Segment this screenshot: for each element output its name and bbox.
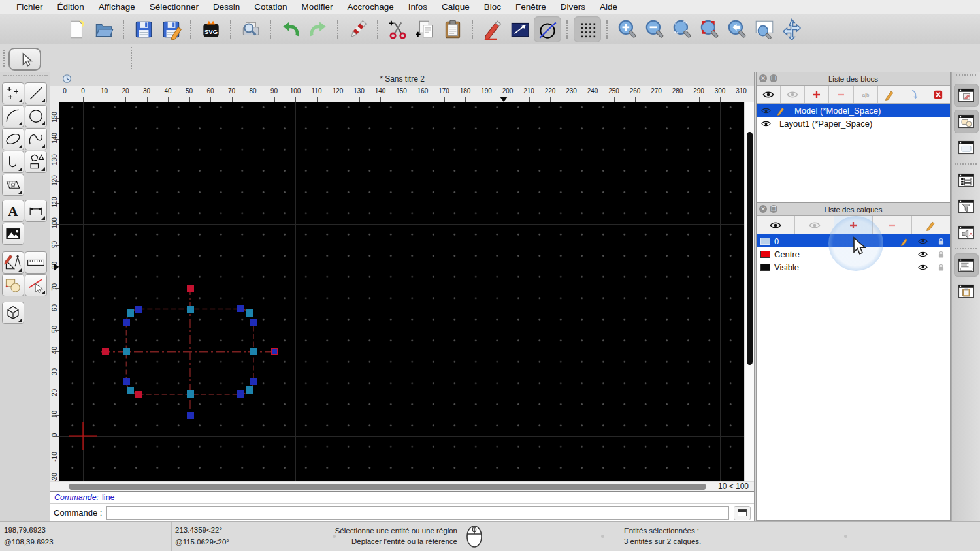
tool-polyline-button[interactable]: [2, 151, 24, 173]
grip-handle[interactable]: [237, 305, 244, 312]
menu-aide[interactable]: Aide: [593, 2, 625, 12]
grip-handle[interactable]: [127, 309, 134, 317]
tool-spline-button[interactable]: [25, 128, 47, 150]
layer-pencil-icon[interactable]: [899, 236, 910, 247]
zoom-previous-button[interactable]: [723, 16, 751, 42]
drawing-canvas[interactable]: [59, 102, 744, 481]
zoom-auto-button[interactable]: [668, 16, 696, 42]
eye-icon[interactable]: [760, 118, 772, 129]
grip-handle[interactable]: [246, 386, 253, 394]
tool-hatch-button[interactable]: [2, 174, 24, 196]
new-file-button[interactable]: [63, 16, 90, 42]
menu-infos[interactable]: Infos: [401, 2, 434, 12]
menu-bloc[interactable]: Bloc: [477, 2, 508, 12]
dock-drag-handle[interactable]: [956, 74, 976, 81]
palette-drag-handle[interactable]: [3, 75, 48, 80]
layer-lock-icon[interactable]: [936, 262, 947, 273]
layer-lock-icon[interactable]: [936, 236, 947, 247]
grip-handle[interactable]: [246, 309, 253, 317]
grip-handle[interactable]: [123, 348, 130, 355]
undo-button[interactable]: [277, 16, 304, 42]
eraser-button[interactable]: [344, 16, 372, 42]
layer-list-item[interactable]: 0: [757, 234, 950, 247]
dock-win-blank-button[interactable]: [954, 136, 979, 159]
vertical-scrollbar-thumb[interactable]: [747, 132, 753, 365]
draw-pen-button[interactable]: [479, 16, 506, 42]
print-preview-button[interactable]: [237, 16, 265, 42]
tool-measure-button[interactable]: [25, 251, 47, 274]
block-list-item[interactable]: Model (*Model_Space): [757, 104, 950, 117]
menu-selectionner[interactable]: Sélectionner: [142, 2, 206, 12]
grip-handle[interactable]: [250, 319, 257, 326]
insert-block-button[interactable]: [902, 86, 926, 103]
save-as-button[interactable]: [157, 16, 185, 42]
tool-circle-button[interactable]: [25, 105, 47, 127]
grip-handle[interactable]: [123, 319, 130, 326]
detach-icon[interactable]: ❐: [770, 74, 777, 82]
menu-modifier[interactable]: Modifier: [294, 2, 340, 12]
layer-list-item[interactable]: Visible: [757, 260, 950, 274]
redo-button[interactable]: [304, 16, 332, 42]
cut-button[interactable]: [384, 16, 412, 42]
menu-dessin[interactable]: Dessin: [206, 2, 247, 12]
hide-all-button[interactable]: [795, 216, 834, 234]
zoom-view-button[interactable]: [751, 16, 778, 42]
grip-handle[interactable]: [187, 390, 194, 398]
tool-dimension-button[interactable]: [25, 200, 47, 222]
horizontal-scrollbar-thumb[interactable]: [69, 484, 706, 490]
dock-win-list-button[interactable]: [954, 168, 979, 192]
pencil-icon[interactable]: [776, 105, 787, 116]
dock-win-command-button[interactable]: [954, 253, 979, 277]
zoom-pan-button[interactable]: [778, 16, 806, 42]
copy-button[interactable]: [412, 16, 439, 42]
dock-win-shapes-button[interactable]: [954, 110, 979, 133]
layer-lock-icon[interactable]: [936, 249, 947, 260]
grip-handle[interactable]: [187, 285, 194, 292]
grip-handle[interactable]: [271, 348, 278, 355]
menu-fichier[interactable]: Fichier: [9, 2, 50, 12]
tool-box3d-button[interactable]: [2, 302, 24, 324]
grip-handle[interactable]: [187, 306, 194, 313]
line-attributes-button[interactable]: [506, 16, 534, 42]
tool-points-button[interactable]: [2, 82, 24, 104]
svg-export-button[interactable]: SVG: [197, 16, 225, 42]
menu-affichage[interactable]: Affichage: [91, 2, 142, 12]
grip-handle[interactable]: [250, 378, 257, 385]
select-tool-button[interactable]: [8, 48, 41, 71]
zoom-out-button[interactable]: [641, 16, 668, 42]
layer-list-item[interactable]: Centre: [757, 247, 950, 260]
tool-line-button[interactable]: [25, 82, 47, 104]
close-icon[interactable]: ✕: [759, 205, 767, 213]
zoom-in-button[interactable]: [613, 16, 641, 42]
hide-all-button[interactable]: [781, 86, 805, 103]
paste-button[interactable]: [439, 16, 466, 42]
tool-arc-button[interactable]: [2, 105, 24, 127]
grip-handle[interactable]: [127, 387, 134, 394]
open-folder-button[interactable]: [90, 16, 118, 42]
zoom-window-button[interactable]: [696, 16, 723, 42]
tool-polygon-button[interactable]: [25, 151, 47, 173]
grip-handle[interactable]: [237, 390, 244, 398]
menu-accrochage[interactable]: Accrochage: [340, 2, 400, 12]
rename-block-button[interactable]: a|b: [854, 86, 878, 103]
menu-divers[interactable]: Divers: [553, 2, 593, 12]
layer-eye-icon[interactable]: [917, 249, 928, 260]
tool-misc-draw-button[interactable]: [2, 251, 24, 274]
grip-handle[interactable]: [135, 391, 142, 398]
tool-ellipse-button[interactable]: [2, 128, 24, 150]
grid-toggle-button[interactable]: [574, 16, 601, 42]
circle-attributes-button[interactable]: [534, 16, 561, 42]
eye-icon[interactable]: [760, 105, 772, 116]
layer-eye-icon[interactable]: [917, 262, 928, 273]
grip-handle[interactable]: [102, 348, 109, 355]
tool-image-button[interactable]: [2, 223, 24, 245]
remove-layer-button[interactable]: [873, 216, 911, 234]
dock-win-horn-button[interactable]: [954, 221, 979, 244]
document-title-bar[interactable]: * Sans titre 2: [50, 72, 754, 86]
command-input[interactable]: [106, 506, 729, 520]
grip-handle[interactable]: [123, 378, 130, 385]
layer-eye-icon[interactable]: [917, 236, 928, 247]
add-block-button[interactable]: [805, 86, 829, 103]
grip-handle[interactable]: [187, 412, 194, 419]
menu-fenetre[interactable]: Fenêtre: [508, 2, 553, 12]
